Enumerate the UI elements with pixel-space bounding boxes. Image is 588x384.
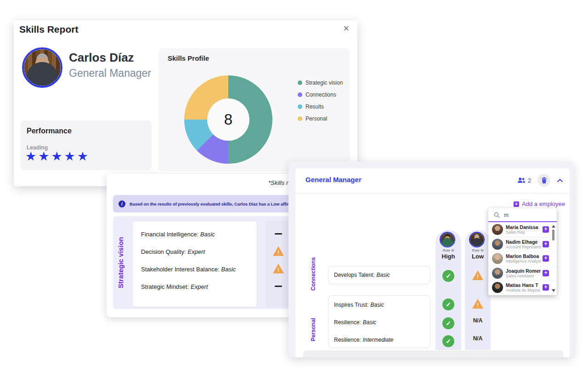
chart-legend: Strategic vision Connections Results Per… [298,77,343,125]
skill-item: Strategic Mindset:Expert [141,278,257,295]
delete-button[interactable] [537,174,550,187]
group-label-personal: Personal [310,315,317,345]
scroll-down-icon[interactable] [552,289,555,292]
employee-column-low: Role fit Low ! ! N/A N/A [465,230,491,350]
employee-search-dropdown: María Danissa Sales Rep + Nadim Elhage A… [488,208,557,295]
warning-icon: ! [273,246,284,256]
add-employee-button[interactable]: + Add a employee [514,201,565,207]
status-cell: ! [266,260,291,277]
check-icon: ✓ [442,335,454,347]
avatar [492,282,503,293]
result-cell: ✓ [435,270,461,282]
check-icon: ✓ [442,270,454,282]
scroll-up-icon[interactable] [552,225,555,228]
employee-list-item[interactable]: Matías Hans T Analista de Mejora ... + [488,281,557,295]
modal-title: Skills Report [19,24,78,35]
skill-item: Develops Talent:Basic [334,272,390,278]
section-label: Strategic vision [117,216,124,309]
employee-avatar [440,232,455,247]
trash-icon [541,177,547,183]
team-card: General Manager 2 [295,168,570,357]
strategic-vision-section: Strategic vision Financial Intelligence:… [113,216,298,309]
status-cell [266,277,291,295]
skill-item: Stakeholder Interest Balance:Basic [141,260,257,278]
skill-item: Decision Quality:Expert [141,243,257,260]
team-header-actions: 2 [517,174,563,187]
warning-icon: ! [472,270,483,280]
add-person-icon[interactable]: + [543,284,549,291]
result-cell: ✓ [435,298,461,310]
employee-list-item[interactable]: Joaquín Romero Sales Assistant + [488,266,557,281]
result-cell: ✓ [435,317,461,329]
na-value: N/A [473,317,483,324]
star-rating: ★★★★★ [25,149,90,164]
affinity-info-text: Based on the results of previously evalu… [130,201,294,206]
avatar [492,239,503,250]
skills-note: *Skills r [268,179,288,186]
scrollbar-thumb[interactable] [552,229,554,241]
legend-item: Strategic vision [298,77,343,89]
avatar [492,268,503,279]
plus-icon: + [514,201,519,207]
skills-detail-panel: *Skills r i Based on the results of prev… [107,174,298,317]
dash-icon [275,233,282,235]
skill-item: Resilience:Intermediate [334,331,430,349]
avatar-photo [470,233,484,246]
skill-item: Resilience:Basic [334,314,430,331]
employee-list-item[interactable]: María Danissa Sales Rep + [488,223,557,237]
employee-avatar [469,232,485,247]
result-cell: ! [465,299,491,309]
team-title: General Manager [305,176,362,183]
skill-item: Financial Intelligence:Basic [141,225,257,243]
donut-center-value: 8 [207,98,249,141]
legend-dot [298,80,302,85]
personal-skills-box: Inspires Trust:Basic Resilience:Basic Re… [328,295,430,348]
employee-list-item[interactable]: Marlon Balboa Intelligence Analyst + [488,252,557,266]
performance-title: Performance [27,127,72,135]
add-person-icon[interactable]: + [543,270,549,276]
employee-list-item[interactable]: Nadim Elhage Account Representa... + [488,237,557,252]
dash-icon [275,286,282,287]
member-count: 2 [528,177,531,184]
add-person-icon[interactable]: + [543,255,549,262]
connections-skills-box: Develops Talent:Basic [328,266,430,284]
status-cell [266,225,291,242]
skill-item: Inspires Trust:Basic [334,296,430,314]
team-panel: General Manager 2 [288,161,573,357]
search-input[interactable] [504,212,545,218]
skills-profile-card: Skills Profile 8 Strategic vision Connec… [158,48,350,171]
search-row [488,208,557,222]
employee-column-high: Role fit High ✓ ✓ ✓ ✓ [435,230,461,350]
add-person-icon[interactable]: + [543,226,549,233]
people-icon [517,177,526,184]
person-name: Carlos Díaz [69,51,134,65]
skills-profile-title: Skills Profile [168,54,209,62]
status-column: ! ! [266,221,291,307]
close-icon[interactable]: × [343,24,349,33]
legend-item: Connections [298,89,343,101]
search-underline [488,221,557,222]
add-person-icon[interactable]: + [543,241,549,247]
group-label-connections: Connections [310,260,317,291]
role-fit-label: Role fit [435,248,461,252]
result-cell: ! [465,270,491,280]
affinity-info-banner: i Based on the results of previously eva… [113,195,298,212]
skills-list-box: Financial Intelligence:Basic Decision Qu… [132,221,257,307]
employee-list: María Danissa Sales Rep + Nadim Elhage A… [488,223,557,295]
role-fit-value: Low [465,253,491,260]
check-icon: ✓ [442,317,454,329]
search-icon [494,212,500,218]
divider [295,193,570,194]
result-cell: N/A [465,335,491,342]
next-section-bar[interactable] [303,350,563,357]
legend-item: Personal [298,113,343,125]
result-cell: N/A [465,317,491,324]
collapse-button[interactable] [557,178,563,183]
warning-icon: ! [472,299,483,309]
role-fit-value: High [435,253,461,260]
performance-card: Performance Leading ★★★★★ [21,120,152,170]
avatar [492,253,503,264]
chevron-up-icon [557,178,563,183]
legend-dot [298,104,302,109]
result-cell: ✓ [435,335,461,347]
